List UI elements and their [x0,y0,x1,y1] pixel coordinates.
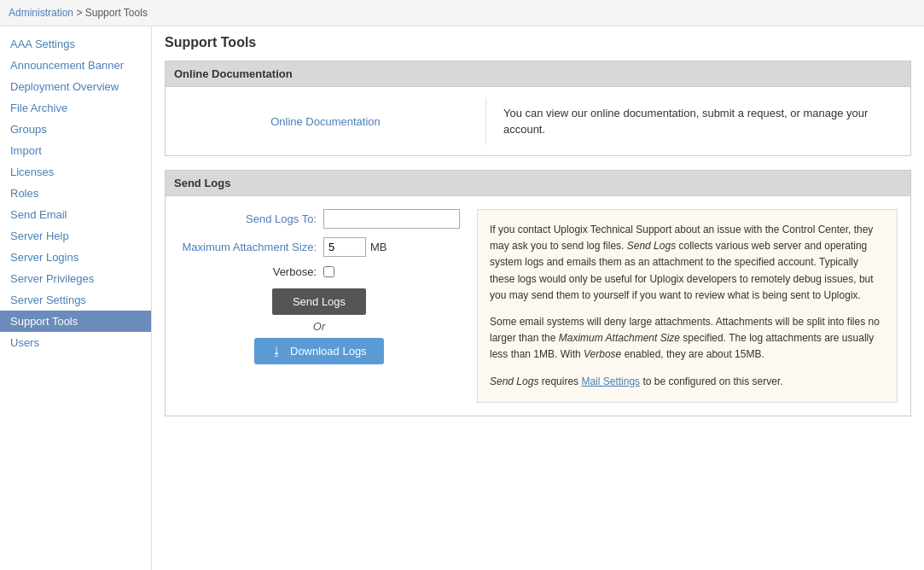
page-title: Support Tools [165,35,911,50]
sidebar-item-licenses[interactable]: Licenses [0,161,151,183]
info-paragraph-1: If you contact Uplogix Technical Support… [490,222,885,304]
info-paragraph-3: Send Logs requires Mail Settings to be c… [490,374,885,390]
send-logs-body: Send Logs To: Maximum Attachment Size: M… [165,196,911,416]
sidebar-item-groups[interactable]: Groups [0,119,151,140]
sidebar-item-aaa-settings[interactable]: AAA Settings [0,33,151,55]
sidebar-item-import[interactable]: Import [0,140,151,161]
download-icon: ⭳ [271,345,282,358]
main-content: Support Tools Online Documentation Onlin… [152,26,924,570]
sidebar-item-server-settings[interactable]: Server Settings [0,289,151,311]
sidebar-item-send-email[interactable]: Send Email [0,204,151,225]
send-logs-to-label: Send Logs To: [178,212,323,225]
breadcrumb: Administration > Support Tools [0,0,924,26]
send-logs-button[interactable]: Send Logs [272,288,366,315]
info-paragraph-2: Some email systems will deny large attac… [490,314,885,364]
breadcrumb-current: Support Tools [85,7,148,19]
sidebar-item-server-help[interactable]: Server Help [0,225,151,247]
online-doc-section: Online Documentation Online Documentatio… [165,61,911,156]
sidebar-item-server-logins[interactable]: Server Logins [0,247,151,268]
send-logs-to-input[interactable] [323,209,460,229]
sidebar-item-users[interactable]: Users [0,332,151,353]
breadcrumb-separator: > [76,7,84,19]
send-logs-header: Send Logs [165,170,911,196]
online-doc-description: You can view our online documentation, s… [486,92,910,151]
max-attach-label: Maximum Attachment Size: [178,241,323,253]
send-logs-italic-2: Send Logs [490,375,538,387]
or-label: Or [178,320,460,333]
send-logs-italic-1: Send Logs [627,240,676,252]
sidebar-item-roles[interactable]: Roles [0,183,151,204]
mb-unit: MB [370,241,387,253]
sidebar-item-announcement-banner[interactable]: Announcement Banner [0,55,151,76]
verbose-italic: Verbose [584,348,621,360]
download-logs-label: Download Logs [290,345,367,358]
breadcrumb-admin-link[interactable]: Administration [9,7,73,19]
sidebar: AAA Settings Announcement Banner Deploym… [0,26,152,570]
sidebar-item-server-privileges[interactable]: Server Privileges [0,268,151,289]
online-doc-body: Online Documentation You can view our on… [165,87,911,156]
online-doc-link-cell: Online Documentation [166,98,486,145]
verbose-label: Verbose: [178,265,323,278]
send-logs-form: Send Logs To: Maximum Attachment Size: M… [178,209,477,403]
sidebar-item-deployment-overview[interactable]: Deployment Overview [0,76,151,97]
sidebar-item-support-tools[interactable]: Support Tools [0,311,151,332]
max-attach-italic: Maximum Attachment Size [559,332,680,344]
online-doc-header: Online Documentation [165,61,911,87]
mail-settings-link[interactable]: Mail Settings [581,375,640,387]
sidebar-item-file-archive[interactable]: File Archive [0,97,151,119]
send-logs-section: Send Logs Send Logs To: Maximum Attachme… [165,170,911,416]
online-doc-link[interactable]: Online Documentation [270,115,381,128]
verbose-checkbox[interactable] [323,266,334,277]
max-attach-input[interactable] [323,237,366,257]
download-logs-button[interactable]: ⭳ Download Logs [254,338,383,364]
send-logs-info: If you contact Uplogix Technical Support… [477,209,898,403]
